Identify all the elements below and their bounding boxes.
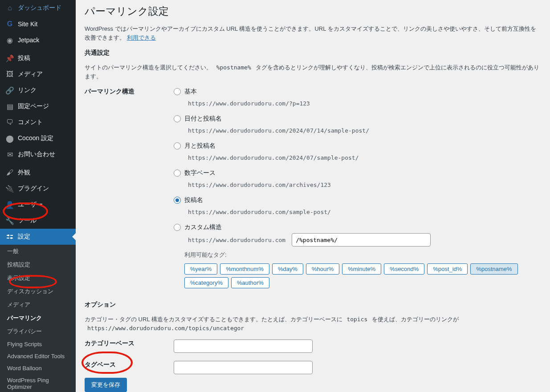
radio-numeric[interactable] [174,170,181,177]
posts-icon: 📌 [5,54,14,63]
sidebar-item-label: ユーザー [18,201,43,209]
tag-btn-monthnum[interactable]: %monthnum% [220,263,269,275]
save-changes-button[interactable]: 変更を保存 [85,378,127,392]
radio-monthname[interactable] [174,142,181,150]
sidebar-item-label: ツール [18,217,37,225]
sidebar-item-media[interactable]: 🖾メディア [0,66,76,82]
postname-tag-code: %postname% [214,63,254,72]
tag-buttons-row: %year% %monthnum% %day% %hour% %minute% … [184,263,541,288]
sidebar-item-settings[interactable]: 設定 [0,229,76,245]
submenu-item-general[interactable]: 一般 [0,245,76,258]
submenu-item-privacy[interactable]: プライバシー [0,325,76,338]
sidebar-item-cocoon[interactable]: ⬤Cocoon 設定 [0,130,76,146]
sidebar-item-label: Cocoon 設定 [18,134,53,142]
radio-dayname[interactable] [174,115,181,122]
submenu-item-writing[interactable]: 投稿設定 [0,258,76,271]
sidebar-item-jetpack[interactable]: ◉Jetpack [0,32,76,48]
sidebar-item-contact[interactable]: ✉お問い合わせ [0,146,76,162]
radio-plain[interactable] [174,88,181,95]
sidebar-item-label: 投稿 [18,54,30,62]
sidebar-item-sitekit[interactable]: GSite Kit [0,16,76,32]
sidebar-item-label: コメント [18,118,43,126]
comments-icon: 🗨 [5,118,14,127]
tools-icon: 🔧 [5,216,14,225]
permalink-structure-label: パーマリンク構造 [85,88,174,96]
contact-icon: ✉ [5,150,14,159]
tag-btn-year[interactable]: %year% [184,263,217,275]
jetpack-icon: ◉ [5,36,14,44]
radio-postname-label[interactable]: 投稿名 [184,196,203,204]
submenu-item-media[interactable]: メディア [0,298,76,311]
appearance-icon: 🖌 [5,168,14,177]
tag-btn-minute[interactable]: %minute% [342,263,381,275]
sidebar-item-appearance[interactable]: 🖌外観 [0,165,76,181]
media-icon: 🖾 [5,70,14,79]
radio-custom-label[interactable]: カスタム構造 [184,223,222,231]
code-numeric: https://www.dorudorudoru.com/archives/12… [184,180,334,190]
tag-btn-postname[interactable]: %postname% [470,263,517,275]
submenu-item-wpping[interactable]: WordPress Ping Optimizer [0,374,76,392]
category-base-input[interactable] [174,339,313,353]
custom-structure-input[interactable] [292,233,431,247]
dashboard-icon: ⌂ [5,4,14,12]
tag-base-input[interactable] [174,361,313,374]
tag-btn-author[interactable]: %author% [231,277,269,288]
sidebar-item-tools[interactable]: 🔧ツール [0,213,76,229]
sidebar-item-posts[interactable]: 📌投稿 [0,50,76,66]
option-heading: オプション [85,301,541,309]
svg-point-4 [8,234,9,236]
code-postname: https://www.dorudorudoru.com/sample-post… [184,207,334,217]
radio-postname[interactable] [174,197,181,204]
code-dayname: https://www.dorudorudoru.com/2024/07/14/… [184,125,373,136]
sidebar-item-label: メディア [18,70,43,78]
sidebar-item-label: Site Kit [18,20,37,28]
sidebar-item-links[interactable]: 🔗リンク [0,82,76,98]
radio-dayname-label[interactable]: 日付と投稿名 [184,115,222,123]
submenu-item-wordballoon[interactable]: Word Balloon [0,362,76,374]
submenu-item-advanced-editor[interactable]: Advanced Editor Tools [0,350,76,362]
sidebar-item-pages[interactable]: ▤固定ページ [0,98,76,114]
tag-btn-second[interactable]: %second% [384,263,424,275]
svg-point-5 [10,237,12,239]
tag-btn-day[interactable]: %day% [272,263,303,275]
tag-btn-postid[interactable]: %post_id% [427,263,468,275]
tag-btn-hour[interactable]: %hour% [306,263,339,275]
sidebar-item-dashboard[interactable]: ⌂ダッシュボード [0,0,76,16]
sidebar-item-label: 設定 [18,233,30,241]
sidebar-item-label: 外観 [18,169,30,177]
page-title: パーマリンク設定 [85,4,541,18]
sidebar-item-label: Jetpack [18,36,39,44]
sidebar-item-comments[interactable]: 🗨コメント [0,114,76,130]
submenu-item-permalink[interactable]: パーマリンク [0,311,76,325]
settings-submenu: 一般 投稿設定 表示設定 ディスカッション メディア パーマリンク プライバシー… [0,245,76,392]
tag-base-label: タグベース [85,361,174,369]
sidebar-item-label: プラグイン [18,185,49,193]
tag-btn-category[interactable]: %category% [184,277,228,288]
plugins-icon: 🔌 [5,184,14,193]
links-icon: 🔗 [5,86,14,95]
users-icon: 👤 [5,200,14,209]
admin-sidebar: ⌂ダッシュボード GSite Kit ◉Jetpack 📌投稿 🖾メディア 🔗リ… [0,0,76,392]
topics-code: topics [344,315,370,323]
sitekit-icon: G [5,20,14,28]
submenu-item-flyingscripts[interactable]: Flying Scripts [0,338,76,350]
sidebar-item-plugins[interactable]: 🔌プラグイン [0,181,76,197]
common-settings-heading: 共通設定 [85,49,541,57]
main-content: パーマリンク設定 WordPress ではパーマリンクやアーカイブにカスタム U… [76,0,550,392]
page-description: WordPress ではパーマリンクやアーカイブにカスタム URL 構造を使うこ… [85,24,541,42]
permalink-structure-fieldset: 基本 https://www.dorudorudoru.com/?p=123 日… [174,88,541,293]
custom-url-prefix: https://www.dorudorudoru.com [184,234,289,246]
radio-plain-label[interactable]: 基本 [184,88,197,96]
topics-url-code: https://www.dorudorudoru.com/topics/unca… [85,324,247,332]
available-tags-label: 利用可能なタグ: [184,251,541,259]
sidebar-item-users[interactable]: 👤ユーザー [0,197,76,213]
tags-help-link[interactable]: 利用できる [127,34,156,41]
radio-numeric-label[interactable]: 数字ベース [184,169,216,177]
common-settings-intro: サイトのパーマリンク構造を選択してください。 %postname% タグを含める… [85,63,541,81]
cocoon-icon: ⬤ [5,134,14,143]
submenu-item-discussion[interactable]: ディスカッション [0,285,76,298]
svg-rect-1 [10,235,13,236]
radio-custom[interactable] [174,224,181,231]
submenu-item-reading[interactable]: 表示設定 [0,271,76,285]
radio-monthname-label[interactable]: 月と投稿名 [184,142,216,150]
